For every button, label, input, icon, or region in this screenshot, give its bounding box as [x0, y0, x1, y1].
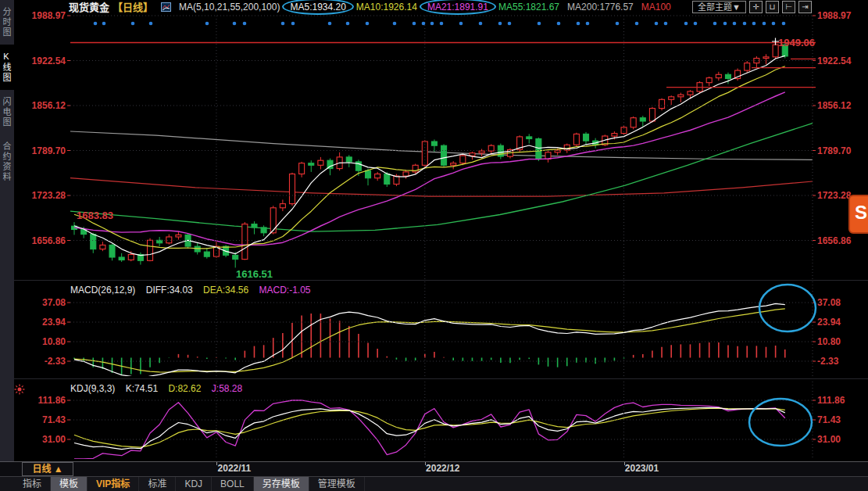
axis-pan-icon[interactable]: ⊢ [782, 1, 795, 13]
bottom-tab-4[interactable]: KDJ [176, 477, 212, 491]
macd-axis-label-right: -2.33 [817, 356, 867, 367]
axis-zoom-icon[interactable]: ⊔ [766, 1, 779, 13]
period-selector[interactable]: 日线 ▲ [22, 462, 73, 476]
macd-axis-label-right: 23.94 [817, 317, 867, 328]
mini-chart-icon [161, 2, 171, 12]
main-axis-label-right: 1856.12 [817, 100, 867, 111]
ma10-value: MA10:1926.14 [356, 2, 417, 13]
symbol-name: 现货黄金 [69, 0, 109, 14]
ma21-value: MA21:1891.91 [425, 2, 491, 13]
svg-text:1683.83: 1683.83 [77, 210, 113, 221]
sidebar-item-1[interactable]: K线图 [0, 45, 14, 90]
kdj-axis-label-right: 111.86 [817, 395, 867, 406]
bottom-tab-3[interactable]: 标准 [139, 477, 176, 491]
theme-dropdown-button[interactable]: 全部主题▼ [692, 1, 746, 13]
macd-axis-label-right: 10.80 [817, 336, 867, 347]
macd-title: MACD(26,12,9) [70, 285, 135, 296]
macd-axis-label-right: 37.08 [817, 297, 867, 308]
ma5-value: MA5:1934.20 [288, 2, 348, 13]
kdj-axis-label-right: 71.43 [817, 414, 867, 425]
bottom-tab-2[interactable]: VIP指标 [88, 477, 139, 491]
alert-starburst-icon [15, 385, 25, 395]
date-axis-row: 2022/112022/122023/01 [0, 461, 868, 476]
macd-dea-value: DEA:34.56 [203, 285, 248, 296]
ma-params-label: MA(5,10,21,55,200,100) [179, 2, 280, 13]
period-label: 【日线】 [113, 0, 153, 14]
main-axis-label-right: 1789.70 [817, 145, 867, 156]
ma55-value: MA55:1821.67 [498, 2, 559, 13]
macd-header: MACD(26,12,9) DIFF:34.03 DEA:34.56 MACD:… [70, 285, 319, 296]
macd-diff-value: DIFF:34.03 [146, 285, 193, 296]
svg-text:1949.06: 1949.06 [778, 37, 815, 48]
date-tick-label: 2022/12 [426, 463, 459, 474]
chart-type-sidebar: 分时图K线图闪电图合约资料 [0, 0, 14, 461]
kdj-j-value: J:58.28 [212, 383, 242, 394]
svg-text:1616.51: 1616.51 [236, 268, 273, 280]
date-tick-mark [624, 462, 625, 465]
ma100-value: MA100 [641, 2, 671, 13]
indicator-tab-bar: 指标模板VIP指标标准KDJBOLL另存模板管理模板 [0, 476, 868, 491]
expand-right-icon[interactable]: ⇥ [798, 1, 812, 13]
crosshair-icon[interactable]: ✛ [749, 1, 763, 13]
kdj-title: KDJ(9,3,3) [70, 383, 115, 394]
trading-app-window: { "header": { "symbol": "现货黄金", "period"… [0, 0, 868, 491]
date-tick-label: 2022/11 [218, 463, 252, 474]
date-tick-mark [425, 462, 426, 465]
chart-toolbar: 全部主题▼ ✛ ⊔ ⊢ ⇥ [692, 1, 812, 13]
sidebar-item-0[interactable]: 分时图 [0, 0, 14, 45]
chart-legend-bar: 现货黄金 【日线】 MA(5,10,21,55,200,100) MA5:193… [69, 0, 671, 13]
bottom-tab-1[interactable]: 模板 [51, 477, 88, 491]
main-axis-label-right: 1988.97 [817, 10, 867, 21]
bottom-tab-7[interactable]: 管理模板 [309, 477, 365, 491]
bottom-tab-5[interactable]: BOLL [212, 477, 254, 491]
kdj-k-value: K:74.51 [126, 383, 158, 394]
ma200-value: MA200:1776.57 [567, 2, 634, 13]
main-axis-label-right: 1656.86 [817, 235, 867, 246]
date-tick-mark [216, 462, 217, 465]
kdj-d-value: D:82.62 [168, 383, 201, 394]
bottom-tab-0[interactable]: 指标 [14, 477, 51, 491]
main-axis-label-right: 1922.54 [817, 56, 867, 66]
bottom-tab-6[interactable]: 另存模板 [254, 477, 309, 491]
chart-canvas: 1949.061683.831616.51 [0, 0, 868, 491]
sidebar-item-2[interactable]: 闪电图 [0, 90, 14, 134]
kdj-axis-label-right: 31.00 [817, 434, 867, 445]
floating-s-badge[interactable]: S [848, 195, 868, 234]
date-tick-label: 2023/01 [625, 463, 659, 474]
macd-bar-value: MACD:-1.05 [259, 285, 310, 296]
kdj-header: KDJ(9,3,3) K:74.51 D:82.62 J:58.28 [70, 383, 250, 394]
sidebar-item-3[interactable]: 合约资料 [0, 134, 14, 189]
